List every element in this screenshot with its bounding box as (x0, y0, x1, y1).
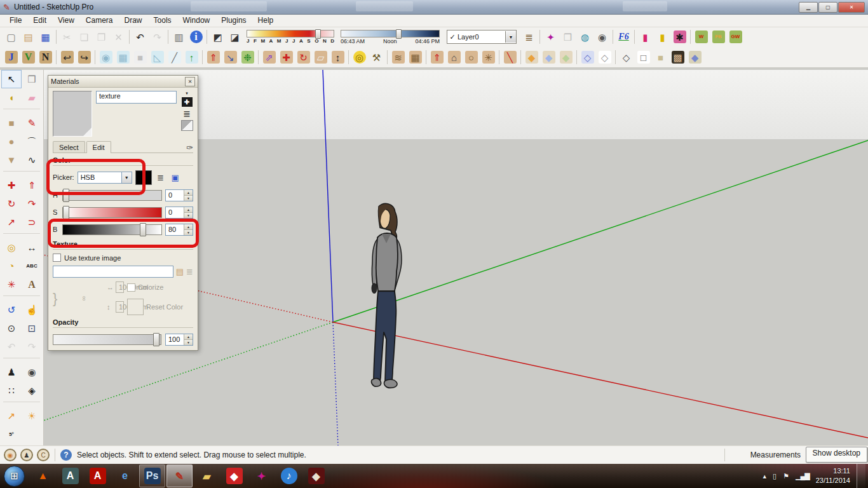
compass-icon[interactable]: ◎ (351, 49, 368, 66)
terrain-smoove-red-icon[interactable]: ⇑ (205, 49, 222, 66)
start-button[interactable]: ⊞ (4, 466, 25, 487)
minimize-button[interactable]: ▁ (799, 2, 818, 13)
sandbox-flip-edge-icon[interactable]: ╲ (501, 49, 519, 66)
slider-handle[interactable] (63, 189, 69, 202)
chevron-down-icon[interactable]: ▼ (121, 172, 132, 183)
spin-up-icon[interactable]: ▲ (184, 190, 193, 195)
joint-pushpull-joint-icon[interactable]: J (3, 49, 20, 66)
pushpull-forward-icon[interactable]: ↪ (76, 49, 93, 66)
pushpull-back-icon[interactable]: ↩ (58, 49, 76, 66)
grass-gw-plugin-icon[interactable]: GW (727, 29, 744, 46)
sandbox-from-scratch-icon[interactable]: ▦ (407, 49, 424, 66)
sphere-in-cube-icon[interactable]: ◉ (97, 49, 114, 66)
spray-can-yellow-icon[interactable]: ▮ (654, 29, 671, 46)
f6-style-icon[interactable]: F6 (615, 29, 632, 46)
sandbox-drape-icon[interactable]: ○ (463, 49, 480, 66)
protractor-icon[interactable]: ◔ (1, 257, 22, 275)
divided-cube-icon[interactable]: ▦ (114, 49, 132, 66)
spin-up-icon[interactable]: ▲ (184, 334, 193, 339)
joint-pushpull-vector-icon[interactable]: V (20, 49, 37, 66)
maximize-button[interactable]: ▢ (818, 2, 837, 13)
tab-select[interactable]: Select (53, 141, 85, 152)
close-icon[interactable]: ✕ (185, 77, 195, 86)
paint-bucket-icon[interactable]: ◖ (1, 88, 22, 107)
slider-handle[interactable] (153, 333, 159, 346)
position-camera-icon[interactable]: ♟ (1, 363, 22, 381)
opacity-slider[interactable] (53, 334, 161, 345)
taskbar-adobe-reader-icon[interactable]: A (85, 464, 111, 487)
polygon-tool-icon[interactable]: ▼ (1, 151, 22, 169)
spin-down-icon[interactable]: ▼ (184, 229, 193, 235)
arc-tool-icon[interactable]: ⌒ (22, 132, 42, 151)
look-around-eye-icon[interactable]: ◉ (22, 363, 42, 381)
eyedropper-icon[interactable]: ✑ (186, 143, 193, 152)
material-name-input[interactable]: texture (96, 91, 177, 104)
hide-component-box-icon[interactable]: ◪ (226, 29, 243, 46)
spin-up-icon[interactable]: ▲ (184, 207, 193, 212)
materials-barrel-icon[interactable]: ◍ (576, 29, 593, 46)
clock[interactable]: 13:11 23/11/2014 (816, 466, 850, 485)
spin-down-icon[interactable]: ▼ (184, 212, 193, 218)
solid-cube-icon[interactable]: ■ (132, 49, 149, 66)
terrain-rainbow-arrow-icon[interactable]: ⇗ (261, 49, 278, 66)
move-tool-icon[interactable]: ✚ (1, 176, 22, 194)
taskbar-photoshop-icon[interactable]: Ps (139, 464, 165, 487)
taskbar-kaleidoscope-icon[interactable]: ✦ (248, 464, 275, 487)
taskbar-sketchup-icon[interactable]: ✎ (166, 464, 193, 487)
sun-shadow-icon[interactable]: ☀ (22, 407, 42, 425)
pan-tool-icon[interactable]: ☝ (22, 301, 42, 319)
toolset-hammer-icon[interactable]: ⚒ (368, 49, 385, 66)
gear-settings-icon[interactable]: ✱ (671, 29, 688, 46)
terrain-rotate-icon[interactable]: ↻ (295, 49, 312, 66)
close-button[interactable]: ✕ (838, 2, 865, 13)
taskbar-internet-explorer-icon[interactable]: e (112, 464, 138, 487)
materials-dialog-titlebar[interactable]: Materials ✕ (48, 76, 198, 88)
terrain-blue-arrow-icon[interactable]: ↘ (222, 49, 239, 66)
scale-tool-icon[interactable]: ↗ (1, 213, 22, 231)
credit-person-icon[interactable]: ♟ (20, 449, 33, 461)
slider-value-spinner[interactable]: 0 ▲ ▼ (165, 189, 193, 201)
offset-tool-icon[interactable]: ⊃ (22, 213, 42, 231)
axes-tool-icon[interactable]: ✳ (1, 275, 22, 294)
View[interactable]: View (52, 15, 80, 26)
components-icon[interactable]: ❒ (559, 29, 576, 46)
slider-value-spinner[interactable]: 0 ▲ ▼ (165, 207, 193, 219)
use-texture-checkbox[interactable] (53, 254, 61, 262)
default-material-swatch-icon[interactable] (181, 120, 193, 131)
show-desktop-tooltip[interactable]: Show desktop (806, 447, 867, 463)
Window[interactable]: Window (177, 15, 216, 26)
taskbar-itunes-icon[interactable]: ♪ (276, 464, 302, 487)
shaded-mode-icon[interactable]: ■ (652, 49, 669, 66)
rotate-tool-icon[interactable]: ↻ (1, 194, 22, 213)
saturation-slider[interactable] (62, 207, 162, 218)
window-titlebar[interactable]: ✎ Untitled - SketchUp Pro ▁ ▢ ✕ (0, 0, 868, 15)
spin-up-icon[interactable]: ▲ (184, 224, 193, 229)
claim-credit-icon[interactable]: C (37, 449, 50, 461)
opacity-value-spinner[interactable]: 100 ▲ ▼ (165, 334, 193, 346)
network-signal-icon[interactable]: ▁▄▇ (796, 472, 810, 480)
paint-stack-icon[interactable]: ≣ (182, 109, 193, 118)
open-folder-icon[interactable]: ▤ (20, 29, 37, 46)
taskbar-darkred-app-icon[interactable]: ◆ (303, 464, 329, 487)
slider-value-spinner[interactable]: 80 ▲ ▼ (165, 224, 193, 236)
camera-photo-icon[interactable]: ◉ (593, 29, 611, 46)
walk-tool-icon[interactable]: ∷ (1, 381, 22, 400)
knife-tool-icon[interactable]: ╱ (166, 49, 183, 66)
sandbox-from-contours-icon[interactable]: ≋ (390, 49, 407, 66)
slider-handle[interactable] (63, 206, 69, 219)
sandbox-smoove-icon[interactable]: ⇑ (428, 49, 445, 66)
section-plane-icon[interactable]: ◈ (22, 381, 42, 400)
style-cube-blue-icon[interactable]: ◆ (540, 49, 557, 66)
taskbar-autocad-icon[interactable]: A (57, 464, 83, 487)
layer-manager-icon[interactable]: ≣ (520, 29, 538, 46)
picker-dropdown[interactable]: HSB ▼ (78, 172, 132, 184)
hue-slider[interactable] (62, 190, 162, 201)
select-tool-icon[interactable]: ↖ (1, 70, 22, 88)
new-document-icon[interactable]: ▢ (3, 29, 20, 46)
chevron-down-icon[interactable]: ▼ (505, 31, 516, 43)
terrain-joystick-icon[interactable]: ↕ (329, 49, 346, 66)
show-desktop-button[interactable] (857, 464, 865, 488)
taskbar-sketchup-red-icon[interactable]: ◆ (221, 464, 247, 487)
create-material-icon[interactable]: ✚ (182, 97, 193, 107)
tab-edit[interactable]: Edit (86, 141, 111, 153)
